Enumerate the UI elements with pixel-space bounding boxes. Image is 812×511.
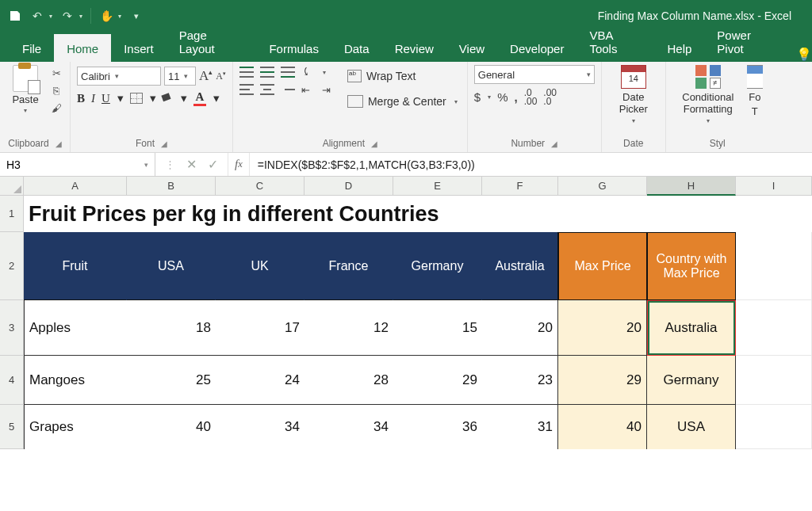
align-right-icon[interactable] [281,84,295,95]
align-top-icon[interactable] [239,67,254,78]
tell-me-icon[interactable]: 💡 [796,46,812,62]
date-picker-button[interactable]: Date Picker▾ [608,65,659,124]
clipboard-launcher-icon[interactable]: ◢ [56,139,62,148]
row-header[interactable]: 2 [0,232,24,300]
cell[interactable]: 40 [127,405,216,449]
comma-format-icon[interactable]: , [514,90,517,104]
align-center-icon[interactable] [260,84,274,95]
col-header[interactable]: D [304,177,393,196]
number-launcher-icon[interactable]: ◢ [551,139,557,148]
col-header[interactable]: B [127,177,216,196]
tab-view[interactable]: View [446,34,497,62]
cell[interactable]: 34 [216,405,304,449]
bold-button[interactable]: B [77,92,85,105]
table-header[interactable]: UK [216,232,304,300]
italic-button[interactable]: I [91,92,95,105]
tab-review[interactable]: Review [382,34,446,62]
cell[interactable]: 17 [216,300,304,356]
cell[interactable] [736,356,812,405]
cell[interactable]: Germany [647,356,736,405]
table-header[interactable]: Fruit [24,232,127,300]
borders-button[interactable] [130,93,143,104]
row-header[interactable]: 3 [0,300,24,356]
decrease-indent-icon[interactable]: ⇤ [301,84,316,95]
tab-vba-tools[interactable]: VBA Tools [576,21,654,62]
cell[interactable]: 29 [558,356,647,405]
align-middle-icon[interactable] [260,67,274,78]
format-painter-icon[interactable]: 🖌 [49,101,63,114]
decrease-decimal-icon[interactable]: .00.0 [543,89,557,106]
row-header[interactable]: 1 [0,196,24,232]
cell[interactable]: Mangoes [24,356,127,405]
tab-developer[interactable]: Developer [497,34,576,62]
cell[interactable]: 18 [127,300,216,356]
tab-file[interactable]: File [10,34,54,62]
table-header[interactable]: France [304,232,393,300]
cell[interactable]: Apples [24,300,127,356]
cell[interactable]: 24 [216,356,304,405]
enter-formula-icon[interactable]: ✓ [208,157,218,172]
cell[interactable]: 29 [393,356,482,405]
cell[interactable]: 25 [127,356,216,405]
increase-decimal-icon[interactable]: .0.00 [524,89,538,106]
fx-icon[interactable]: fx [228,153,250,176]
tab-formulas[interactable]: Formulas [256,34,331,62]
touch-mode-icon[interactable]: ✋ [99,9,113,23]
col-header[interactable]: F [482,177,558,196]
cell[interactable]: Grapes [24,405,127,449]
name-box[interactable]: H3▾ [0,153,155,176]
cell[interactable] [736,232,812,300]
decrease-font-icon[interactable]: A▾ [216,71,226,82]
cell[interactable]: 31 [482,405,558,449]
tab-help[interactable]: Help [655,34,705,62]
cancel-formula-icon[interactable]: ✕ [186,157,197,172]
increase-indent-icon[interactable]: ⇥ [322,84,336,95]
format-as-table-button[interactable]: Fo T [747,65,763,117]
table-header[interactable]: Country with Max Price [647,232,736,300]
percent-format-icon[interactable]: % [497,90,508,104]
cell[interactable]: 28 [304,356,393,405]
row-header[interactable]: 4 [0,356,24,405]
cell[interactable]: Australia [647,300,736,356]
tab-power-pivot[interactable]: Power Pivot [704,21,791,62]
table-header[interactable]: Germany [393,232,482,300]
col-header[interactable]: C [216,177,304,196]
cell[interactable] [736,300,812,356]
undo-icon[interactable]: ↶ [30,9,44,23]
cut-icon[interactable]: ✂ [49,67,63,79]
cell[interactable]: 15 [393,300,482,356]
redo-icon[interactable]: ↷ [60,9,75,23]
col-header[interactable]: G [558,177,647,196]
save-icon[interactable] [8,9,22,23]
tab-home[interactable]: Home [54,34,111,62]
accounting-format-icon[interactable]: $ [474,90,481,104]
tab-insert[interactable]: Insert [111,34,167,62]
font-color-button[interactable]: A [193,90,206,106]
fill-color-button[interactable] [163,93,174,103]
sheet-title[interactable]: Fruit Prices per kg in different Countri… [24,196,647,232]
tab-page-layout[interactable]: Page Layout [167,21,257,62]
col-header[interactable]: I [736,177,812,196]
cell[interactable]: USA [647,405,736,449]
font-launcher-icon[interactable]: ◢ [161,139,167,148]
table-header[interactable]: USA [127,232,216,300]
cell[interactable]: 20 [558,300,647,356]
col-header[interactable]: A [24,177,127,196]
select-all-corner[interactable] [0,177,24,196]
underline-button[interactable]: U [102,92,110,105]
orientation-icon[interactable]: ⤹ [301,65,316,79]
cell[interactable] [736,405,812,449]
cell[interactable]: 36 [393,405,482,449]
number-format-combo[interactable]: General▾ [474,65,595,84]
increase-font-icon[interactable]: A▴ [199,68,213,84]
align-bottom-icon[interactable] [281,67,295,78]
tab-data[interactable]: Data [331,34,382,62]
conditional-formatting-button[interactable]: ≠ Conditional Formatting▾ [672,65,744,124]
paste-button[interactable]: Paste ▾ [6,65,44,114]
font-name-combo[interactable]: Calibri▾ [77,67,161,86]
cell[interactable]: 23 [482,356,558,405]
wrap-text-button[interactable]: Wrap Text [344,65,461,87]
alignment-launcher-icon[interactable]: ◢ [371,139,377,148]
merge-center-button[interactable]: Merge & Center▾ [344,90,461,112]
copy-icon[interactable]: ⎘ [49,84,63,97]
